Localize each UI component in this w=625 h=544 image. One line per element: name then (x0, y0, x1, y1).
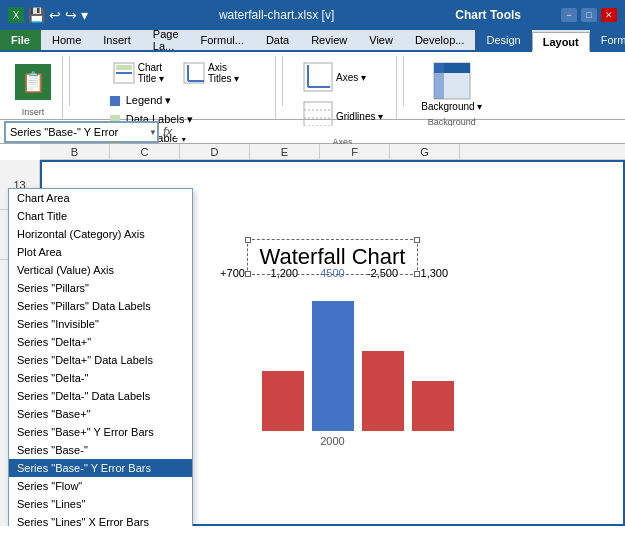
title-bar: X 💾 ↩ ↪ ▾ waterfall-chart.xlsx [v] Chart… (0, 0, 625, 30)
bar-stack-2 (262, 281, 304, 431)
tab-data[interactable]: Data (255, 30, 300, 50)
chart-title-icon (112, 61, 136, 85)
quick-access-save[interactable]: 💾 (28, 7, 45, 23)
bar-group-5: -1,300 (412, 267, 454, 431)
chart-title-border: Waterfall Chart (247, 239, 419, 275)
tab-insert[interactable]: Insert (92, 30, 142, 50)
tab-file[interactable]: File (0, 30, 41, 50)
handle-br[interactable] (414, 271, 420, 277)
dropdown-item-horiz-axis[interactable]: Horizontal (Category) Axis (9, 225, 192, 243)
window-controls: − □ ✕ (561, 8, 617, 22)
dropdown-item-base-plus[interactable]: Series "Base+" (9, 405, 192, 423)
tab-format[interactable]: Format (590, 30, 625, 50)
dropdown-item-base-minus[interactable]: Series "Base-" (9, 441, 192, 459)
handle-bl[interactable] (245, 271, 251, 277)
dropdown-item-pillars-labels[interactable]: Series "Pillars" Data Labels (9, 297, 192, 315)
handle-tr[interactable] (414, 237, 420, 243)
dropdown-item-pillars[interactable]: Series "Pillars" (9, 279, 192, 297)
name-box[interactable]: Series "Base-" Y Error (4, 121, 159, 143)
bar-inner-1 (212, 351, 254, 431)
bar-stack-3 (312, 281, 354, 431)
dropdown-item-base-minus-error[interactable]: Series "Base-" Y Error Bars (9, 459, 192, 477)
axis-titles-button[interactable]: AxisTitles ▾ (175, 58, 246, 88)
dropdown-list: Chart Area Chart Title Horizontal (Categ… (8, 188, 193, 526)
dropdown-item-delta-plus-labels[interactable]: Series "Delta+" Data Labels (9, 351, 192, 369)
formula-bar-fx: fx (163, 125, 172, 139)
dropdown-item-flow[interactable]: Series "Flow" (9, 477, 192, 495)
legend-icon (110, 95, 124, 107)
dropdown-item-invisible[interactable]: Series "Invisible" (9, 315, 192, 333)
dropdown-item-vert-axis[interactable]: Vertical (Value) Axis (9, 261, 192, 279)
col-header-d: D (180, 144, 250, 159)
window-title: waterfall-chart.xlsx [v] (98, 8, 455, 22)
bar-group-4: -2,500 (362, 267, 404, 431)
axes-label: Axes ▾ (336, 72, 366, 83)
col-headers: B C D E F G (40, 144, 625, 160)
dropdown-item-delta-plus[interactable]: Series "Delta+" (9, 333, 192, 351)
tab-design[interactable]: Design (475, 30, 531, 50)
dropdown-item-base-plus-error[interactable]: Series "Base+" Y Error Bars (9, 423, 192, 441)
svg-rect-18 (434, 63, 444, 99)
tab-view[interactable]: View (358, 30, 404, 50)
tab-page-layout[interactable]: Page La... (142, 30, 190, 50)
paste-button[interactable]: 📋 (10, 61, 56, 103)
chart-title-wrapper: Waterfall Chart (247, 239, 419, 275)
tab-formulas[interactable]: Formul... (190, 30, 255, 50)
svg-rect-6 (110, 96, 120, 106)
background-icon (432, 61, 472, 101)
ribbon-content: 📋 Insert ChartTitle ▾ AxisTitles ▾ (0, 52, 625, 120)
dropdown-item-chart-area[interactable]: Chart Area (9, 189, 192, 207)
ribbon-group-insert: 📋 Insert (4, 56, 63, 119)
legend-label: Legend ▾ (126, 94, 172, 107)
quick-access-redo[interactable]: ↪ (65, 7, 77, 23)
tab-review[interactable]: Review (300, 30, 358, 50)
tab-home[interactable]: Home (41, 30, 92, 50)
legend-button[interactable]: Legend ▾ (105, 91, 199, 110)
axis-titles-icon (182, 61, 206, 85)
dropdown-item-lines[interactable]: Series "Lines" (9, 495, 192, 513)
ribbon-group-axes: Axes ▾ Gridlines ▾ Axes (289, 56, 397, 119)
tab-developer[interactable]: Develop... (404, 30, 476, 50)
chart-tools-label: Chart Tools (455, 8, 521, 22)
background-icon-wrapper (432, 61, 472, 101)
bar-group-1: +700 (212, 267, 254, 431)
handle-tl[interactable] (245, 237, 251, 243)
bar-4 (362, 351, 404, 431)
background-button[interactable]: Background ▾ (416, 58, 487, 115)
bar-group-3: 4500 (312, 267, 354, 431)
dropdown-item-plot-area[interactable]: Plot Area (9, 243, 192, 261)
chart-title-label: ChartTitle ▾ (138, 62, 164, 84)
minimize-button[interactable]: − (561, 8, 577, 22)
dropdown-item-delta-minus-labels[interactable]: Series "Delta-" Data Labels (9, 387, 192, 405)
ribbon-group-background: Background ▾ Background (410, 56, 493, 119)
title-bar-icons: X 💾 ↩ ↪ ▾ (8, 7, 88, 23)
background-label: Background ▾ (421, 101, 482, 112)
name-box-container: Series "Base-" Y Error ▼ (4, 121, 159, 143)
ribbon-divider-2 (282, 56, 283, 106)
col-header-c: C (110, 144, 180, 159)
restore-button[interactable]: □ (581, 8, 597, 22)
quick-access-customize[interactable]: ▾ (81, 7, 88, 23)
dropdown-item-chart-title[interactable]: Chart Title (9, 207, 192, 225)
axis-titles-label: AxisTitles ▾ (208, 62, 239, 84)
col-header-g: G (390, 144, 460, 159)
col-header-e: E (250, 144, 320, 159)
close-button[interactable]: ✕ (601, 8, 617, 22)
formula-bar-input[interactable] (176, 126, 621, 138)
quick-access-undo[interactable]: ↩ (49, 7, 61, 23)
dropdown-item-lines-error[interactable]: Series "Lines" X Error Bars (9, 513, 192, 526)
dropdown-item-delta-minus[interactable]: Series "Delta-" (9, 369, 192, 387)
labels-row1: ChartTitle ▾ AxisTitles ▾ (105, 58, 247, 88)
axes-buttons: Axes ▾ Gridlines ▾ (295, 58, 390, 135)
axes-icon (302, 61, 334, 93)
bar-3 (312, 301, 354, 431)
bar-2 (262, 371, 304, 431)
app-icon: X (8, 7, 24, 23)
bar-stack-5 (412, 281, 454, 431)
tab-layout[interactable]: Layout (532, 32, 590, 52)
axes-button[interactable]: Axes ▾ (295, 58, 373, 96)
ribbon-divider-3 (403, 56, 404, 106)
bar-stack-4 (362, 281, 404, 431)
col-header-f: F (320, 144, 390, 159)
chart-title-button[interactable]: ChartTitle ▾ (105, 58, 171, 88)
